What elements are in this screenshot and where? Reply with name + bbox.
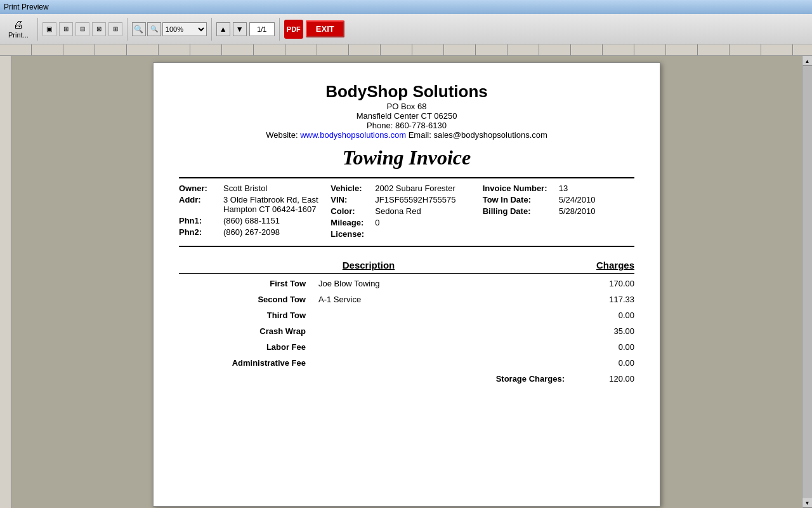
storage-amount: 120.00 — [571, 374, 634, 384]
separator-4 — [279, 18, 280, 41]
ruler — [0, 44, 812, 55]
zoom-in-button[interactable]: 🔍 — [147, 22, 161, 36]
view-three-button[interactable]: ⊟ — [75, 22, 89, 36]
email-value: sales@bodyshopsolutions.com — [433, 130, 547, 140]
charge-row: Crash Wrap35.00 — [179, 326, 634, 336]
charges-table: Description Charges First TowJoe Blow To… — [179, 260, 634, 384]
printer-icon: 🖨 — [13, 19, 23, 30]
color-value: Sedona Red — [375, 206, 482, 216]
charge-label-5: Administrative Fee — [179, 358, 318, 368]
company-address-1: PO Box 68 — [179, 102, 634, 111]
charges-header-row: Description Charges — [179, 260, 634, 274]
website-link[interactable]: www.bodyshopsolutions.com — [300, 130, 406, 140]
tow-in-date-label: Tow In Date: — [483, 195, 559, 204]
phn2-row: Phn2: (860) 267-2098 — [179, 227, 331, 237]
zoom-out-button[interactable]: 🔍 — [132, 22, 146, 36]
prev-page-button[interactable]: ▲ — [216, 22, 230, 36]
separator-2 — [127, 18, 128, 41]
view-six-button[interactable]: ⊞ — [108, 22, 122, 36]
scroll-down-button[interactable]: ▼ — [802, 498, 813, 508]
color-row: Color: Sedona Red — [331, 206, 482, 216]
email-label: Email: — [409, 130, 431, 140]
left-ruler — [0, 56, 11, 508]
invoice-title: Towing Invoice — [179, 146, 634, 170]
charge-desc-1: A-1 Service — [318, 295, 571, 304]
view-four-button[interactable]: ⊠ — [92, 22, 106, 36]
owner-label: Owner: — [179, 184, 223, 193]
mileage-value: 0 — [375, 218, 482, 227]
owner-row: Owner: Scott Bristol — [179, 184, 331, 193]
phn2-value: (860) 267-2098 — [223, 227, 331, 237]
view-two-button[interactable]: ⊞ — [59, 22, 73, 36]
phn1-value: (860) 688-1151 — [223, 216, 331, 225]
vin-label: VIN: — [331, 195, 375, 204]
charges-header-label: Charges — [558, 260, 634, 271]
tow-in-date-value: 5/24/2010 — [559, 195, 634, 204]
charge-row: Second TowA-1 Service117.33 — [179, 295, 634, 304]
invoice-number-row: Invoice Number: 13 — [483, 184, 634, 193]
print-label: Print... — [8, 31, 29, 39]
pdf-icon: PDF — [287, 25, 301, 33]
zoom-select[interactable]: 50% 75% 100% 125% 150% 200% — [162, 22, 207, 36]
charge-amount-3: 35.00 — [571, 326, 634, 336]
phn1-label: Phn1: — [179, 216, 223, 225]
owner-value: Scott Bristol — [223, 184, 331, 193]
addr-row: Addr: 3 Olde Flatbrook Rd, East Hampton … — [179, 195, 331, 214]
main-area: BodyShop Solutions PO Box 68 Mansfield C… — [0, 56, 812, 508]
tow-in-date-row: Tow In Date: 5/24/2010 — [483, 195, 634, 204]
phn1-row: Phn1: (860) 688-1151 — [179, 216, 331, 225]
mileage-label: Mileage: — [331, 218, 375, 227]
exit-button[interactable]: EXIT — [306, 20, 344, 37]
vehicle-label: Vehicle: — [331, 184, 375, 193]
print-button[interactable]: 🖨 Print... — [4, 17, 33, 41]
charge-amount-1: 117.33 — [571, 295, 634, 304]
license-row: License: — [331, 229, 482, 239]
vin-value: JF1SF65592H755575 — [375, 195, 482, 204]
vehicle-info-col: Vehicle: 2002 Subaru Forester VIN: JF1SF… — [331, 184, 482, 241]
company-address-2: Mansfield Center CT 06250 — [179, 111, 634, 121]
top-divider — [179, 177, 634, 178]
title-label: Print Preview — [4, 3, 49, 11]
charge-amount-4: 0.00 — [571, 342, 634, 352]
page-input[interactable] — [249, 22, 275, 36]
next-page-button[interactable]: ▼ — [233, 22, 247, 36]
charge-row: Labor Fee0.00 — [179, 342, 634, 352]
zoom-group: 🔍 🔍 50% 75% 100% 125% 150% 200% — [132, 22, 207, 36]
addr-line1: 3 Olde Flatbrook Rd, East — [223, 195, 318, 204]
vin-row: VIN: JF1SF65592H755575 — [331, 195, 482, 204]
separator-3 — [211, 18, 212, 41]
license-value — [375, 229, 482, 239]
billing-date-value: 5/28/2010 — [559, 206, 634, 216]
company-website: Website: www.bodyshopsolutions.com Email… — [179, 130, 634, 140]
storage-row: Storage Charges: 120.00 — [179, 374, 634, 384]
website-prefix: Website: — [266, 130, 298, 140]
license-label: License: — [331, 229, 375, 239]
info-section: Owner: Scott Bristol Addr: 3 Olde Flatbr… — [179, 184, 634, 241]
company-name: BodyShop Solutions — [179, 82, 634, 102]
owner-info-col: Owner: Scott Bristol Addr: 3 Olde Flatbr… — [179, 184, 331, 241]
phn2-label: Phn2: — [179, 227, 223, 237]
billing-date-row: Billing Date: 5/28/2010 — [483, 206, 634, 216]
charge-label-2: Third Tow — [179, 311, 318, 320]
right-scrollbar: ▲ ▼ — [802, 56, 812, 508]
mileage-row: Mileage: 0 — [331, 218, 482, 227]
description-header: Description — [179, 260, 558, 271]
charge-row: First TowJoe Blow Towing170.00 — [179, 279, 634, 288]
pdf-button[interactable]: PDF — [284, 20, 303, 39]
view-single-button[interactable]: ▣ — [43, 22, 56, 36]
color-label: Color: — [331, 206, 375, 216]
vehicle-value: 2002 Subaru Forester — [375, 184, 482, 193]
charge-row: Administrative Fee0.00 — [179, 358, 634, 368]
storage-label: Storage Charges: — [179, 374, 571, 384]
charge-label-1: Second Tow — [179, 295, 318, 304]
invoice-number-label: Invoice Number: — [483, 184, 559, 193]
vehicle-row: Vehicle: 2002 Subaru Forester — [331, 184, 482, 193]
invoice-info-col: Invoice Number: 13 Tow In Date: 5/24/201… — [483, 184, 634, 241]
charge-amount-5: 0.00 — [571, 358, 634, 368]
charge-label-0: First Tow — [179, 279, 318, 288]
charge-label-4: Labor Fee — [179, 342, 318, 352]
scroll-track[interactable] — [802, 66, 812, 498]
charge-label-3: Crash Wrap — [179, 326, 318, 336]
separator-1 — [37, 18, 38, 41]
scroll-up-button[interactable]: ▲ — [802, 56, 813, 66]
